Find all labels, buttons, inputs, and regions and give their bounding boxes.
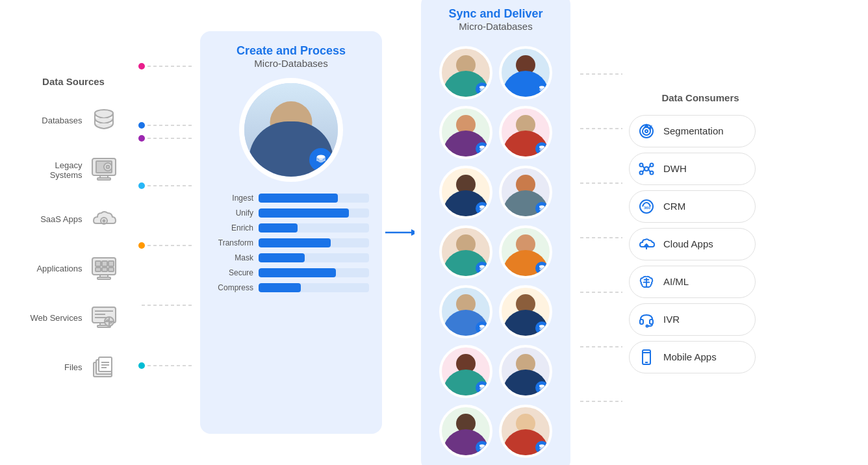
bar-compress-label: Compress [213,283,253,292]
svg-marker-60 [411,229,415,236]
bar-secure-label: Secure [213,268,253,277]
sync-avatar-3 [439,106,492,159]
dwh-label: DWH [663,163,687,174]
consumer-crm: 360 CRM [629,190,756,223]
middle-arrow [382,213,415,252]
sync-avatar-5 [439,166,492,219]
sync-deliver-title: Sync and Deliver [448,7,542,21]
saas-apps-label: SaaS Apps [27,214,83,224]
sync-deliver-subtitle: Micro-Databases [459,21,532,32]
svg-line-92 [643,169,645,172]
360-icon: 360 [636,196,657,217]
applications-label: Applications [27,264,83,273]
bar-ingest-track [259,194,369,203]
sync-avatars-grid [439,46,552,458]
bar-mask-label: Mask [213,253,253,262]
svg-point-14 [103,220,105,221]
mobile-apps-label: Mobile Apps [663,351,717,362]
databases-label: Databases [27,116,83,125]
svg-rect-27 [108,268,114,271]
legacy-systems-label: Legacy Systems [27,160,83,180]
svg-point-85 [645,167,648,171]
cloud-apps-label: Cloud Apps [663,238,713,249]
sync-avatar-9 [439,285,492,338]
cloud-up-icon [636,234,657,255]
sync-avatar-10 [499,285,552,338]
db-badge [309,148,333,171]
source-files: Files [12,346,135,390]
web-services-label: Web Services [27,313,83,323]
create-process-title: Create and Process [236,44,346,58]
nodes-icon [636,158,657,179]
data-sources-title: Data Sources [42,76,105,87]
bar-mask: Mask [213,253,369,262]
svg-text:360: 360 [644,206,651,210]
sync-avatar-11 [439,345,492,398]
bar-mask-track [259,253,369,262]
bar-enrich-label: Enrich [213,223,253,232]
svg-point-100 [646,325,648,327]
svg-rect-99 [650,320,653,324]
left-connectors-svg [135,38,200,440]
svg-point-55 [138,362,145,369]
crm-label: CRM [663,201,685,212]
brain-icon [636,271,657,292]
bar-transform-label: Transform [213,238,253,247]
bar-transform: Transform [213,238,369,247]
consumer-aiml: AI/ML [629,266,756,298]
svg-point-86 [640,163,643,166]
data-sources-section: Data Sources Databases L [12,76,135,390]
sync-avatar-2 [499,46,552,99]
svg-point-88 [640,171,643,174]
bar-secure: Secure [213,268,369,277]
svg-point-87 [650,163,654,166]
consumer-ivr: IVR [629,303,756,336]
svg-rect-6 [97,178,110,180]
cloud-gear-icon [88,203,120,236]
svg-point-89 [650,171,654,174]
source-saas-apps: SaaS Apps [12,197,135,242]
sync-avatar-14 [499,405,552,458]
sync-deliver-panel: Sync and Deliver Micro-Databases [421,0,570,465]
headset-icon [636,309,657,330]
consumer-items-list: Segmentation [629,115,772,373]
files-icon [88,351,120,384]
ivr-label: IVR [663,314,680,325]
source-applications: Applications [12,247,135,291]
bar-ingest: Ingest [213,194,369,203]
bar-transform-track [259,238,369,247]
bar-unify-label: Unify [213,208,253,218]
process-bars: Ingest Unify Enrich Transform [213,194,369,298]
consumer-cloud-apps: Cloud Apps [629,228,756,260]
apps-monitor-icon [88,253,120,285]
consumer-mobile-apps: Mobile Apps [629,341,756,373]
svg-rect-26 [102,268,107,271]
monitor-gear-icon [88,154,120,186]
data-consumers-title: Data Consumers [661,92,739,103]
svg-point-46 [138,122,145,129]
svg-rect-25 [96,268,101,271]
svg-line-91 [648,166,650,169]
svg-point-52 [138,242,145,249]
sync-avatar-4 [499,106,552,159]
svg-line-90 [643,166,645,169]
mobile-icon [636,347,657,368]
svg-point-84 [645,130,648,132]
bar-secure-track [259,268,369,277]
target-icon [636,121,657,142]
sync-avatar-7 [439,225,492,279]
consumer-dwh: DWH [629,153,756,185]
svg-point-48 [138,135,145,142]
sync-avatar-6 [499,166,552,219]
bar-compress: Compress [213,283,369,292]
right-connectors-svg [577,38,629,440]
bar-enrich: Enrich [213,223,369,232]
files-label: Files [27,362,83,372]
sync-avatar-12 [499,345,552,398]
aiml-label: AI/ML [663,276,689,287]
svg-rect-22 [96,261,101,266]
svg-rect-24 [108,261,114,266]
svg-rect-98 [640,320,643,324]
svg-line-93 [648,169,650,172]
source-items-list: Databases Legacy Systems [12,99,135,390]
